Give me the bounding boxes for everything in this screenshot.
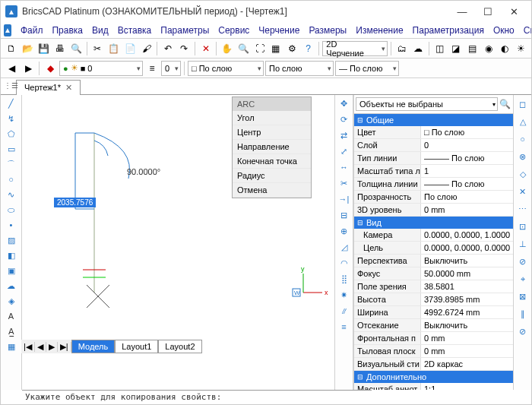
fillet-icon[interactable]: ◠ [337,256,352,270]
sheet-icon[interactable]: ▤ [465,41,480,56]
plotstyle-combo[interactable]: —По слою [335,61,399,76]
print-icon[interactable]: 🖶 [52,41,67,56]
color-icon[interactable]: ◆ [43,61,58,76]
lineweight-combo[interactable]: По слою [265,61,334,76]
snap-nea-icon[interactable]: ⌖ [515,271,530,286]
menu-edit[interactable]: Правка [47,24,87,37]
menu-window[interactable]: Окно [489,24,519,37]
cut-icon[interactable]: ✂ [90,41,105,56]
workspace-combo[interactable]: 2D Черчение [322,41,388,56]
array-icon[interactable]: ⣿ [337,272,352,286]
snap-qua-icon[interactable]: ◇ [515,166,530,182]
line-icon[interactable]: ╱ [3,97,20,110]
layer-state-icon[interactable]: ≡ [144,61,160,76]
tab-layout1[interactable]: Layout1 [115,340,158,353]
delete-icon[interactable]: ✕ [198,41,213,56]
preview-icon[interactable]: 🔍 [68,41,83,56]
settings-icon[interactable]: ⚙ [285,41,299,56]
break-icon[interactable]: ⊟ [337,208,352,222]
quickselect-icon[interactable]: 🔍 [498,97,511,112]
mtext-icon[interactable]: A̲ [3,324,20,338]
tab-layout2[interactable]: Layout2 [158,340,201,353]
tab-close-icon[interactable]: ✕ [65,83,72,92]
layers-icon[interactable]: ▦ [268,41,283,56]
ctx-radius[interactable]: Радиус [233,169,311,183]
snap-non-icon[interactable]: ⊘ [515,324,530,339]
cat-general[interactable]: Общие [354,114,513,126]
explode-icon[interactable]: ✷ [337,288,352,302]
menu-parametrize[interactable]: Параметризация [408,24,489,37]
menu-insert[interactable]: Вставка [113,24,157,37]
rotate-icon[interactable]: ⟳ [337,112,352,126]
snap-app-icon[interactable]: ⊠ [515,289,530,304]
menu-dim[interactable]: Размеры [304,24,351,37]
offset-icon[interactable]: ⫽ [337,304,352,318]
menu-view[interactable]: Вид [87,24,113,37]
extents-icon[interactable]: ⛶ [252,41,267,56]
block-icon[interactable]: ◫ [432,41,447,56]
tabmenu-icon[interactable]: ⋮☰ [4,81,18,90]
spline-icon[interactable]: ∿ [3,188,20,201]
linetype-combo[interactable]: □По слою [188,61,264,76]
scale-icon[interactable]: ⤢ [337,144,352,158]
ellipse-icon[interactable]: ⬭ [3,203,20,217]
tab-first-icon[interactable]: |◀ [21,342,35,352]
snap-tan-icon[interactable]: ⊘ [515,254,530,269]
join-icon[interactable]: ⊕ [337,224,352,238]
table-icon[interactable]: ▦ [3,340,20,353]
close-button[interactable]: ✕ [501,3,527,20]
cat-view[interactable]: Вид [354,217,513,229]
cloud-icon[interactable]: ☁ [410,41,425,56]
ctx-angle[interactable]: Угол [233,111,311,125]
zoom-icon[interactable]: 🔍 [236,41,251,56]
snap-cen-icon[interactable]: ○ [515,131,530,147]
ctx-center[interactable]: Центр [233,125,311,140]
selection-combo[interactable]: Объекты не выбраны [356,97,498,111]
point-icon[interactable]: • [3,218,20,232]
paste-icon[interactable]: 📄 [122,41,137,56]
snap-ext-icon[interactable]: ⋯ [515,201,530,217]
trim-icon[interactable]: ✂ [337,176,352,190]
align-icon[interactable]: ≡ [337,320,352,334]
nav-right-icon[interactable]: ▶ [21,61,36,76]
menu-params[interactable]: Параметры [156,24,214,37]
menu-service[interactable]: Сервис [214,24,254,37]
wipeout-icon[interactable]: ◈ [3,294,20,308]
cat-extra[interactable]: Дополнительно [354,371,513,383]
ctx-endpoint[interactable]: Конечная точка [233,154,311,169]
snap-mid-icon[interactable]: △ [515,114,530,129]
boundary-icon[interactable]: ▣ [3,264,20,277]
region-icon[interactable]: ◧ [3,248,20,262]
render-icon[interactable]: ◉ [481,41,496,56]
doc-tab[interactable]: Чертеж1*✕ [16,80,81,95]
layer-combo[interactable]: ●☀■0 [59,61,143,76]
stretch-icon[interactable]: ↔ [337,160,352,174]
tab-next-icon[interactable]: ▶ [46,342,58,352]
hatch-icon[interactable]: ▨ [3,233,20,247]
tab-last-icon[interactable]: ▶| [58,342,71,352]
menu-modify[interactable]: Изменение [351,24,407,37]
help-icon[interactable]: ? [301,41,315,56]
snap-par-icon[interactable]: ∥ [515,306,530,321]
arc-icon[interactable]: ⌒ [3,157,20,171]
polygon-icon[interactable]: ⬠ [3,127,20,141]
menu-help[interactable]: Справка [519,24,532,37]
xref-icon[interactable]: ◪ [448,41,463,56]
redo-icon[interactable]: ↷ [177,41,192,56]
circle-icon[interactable]: ○ [3,172,20,186]
light-icon[interactable]: ☀ [514,41,528,56]
snap-ins-icon[interactable]: ⊡ [515,219,530,234]
width-combo[interactable]: 0 [161,61,181,76]
snap-end-icon[interactable]: ◻ [515,97,530,112]
snap-per-icon[interactable]: ⊥ [515,236,530,252]
menu-file[interactable]: Файл [16,24,48,37]
ctx-cancel[interactable]: Отмена [233,183,311,198]
open-icon[interactable]: 📂 [20,41,34,56]
maximize-button[interactable]: ☐ [475,3,501,20]
extend-icon[interactable]: →| [337,192,352,206]
matchprop-icon[interactable]: 🖌 [139,41,154,56]
snap-nod-icon[interactable]: ⊗ [515,149,530,164]
nav-left-icon[interactable]: ◀ [4,61,19,76]
menu-draw[interactable]: Черчение [254,24,304,37]
tab-prev-icon[interactable]: ◀ [35,342,46,352]
